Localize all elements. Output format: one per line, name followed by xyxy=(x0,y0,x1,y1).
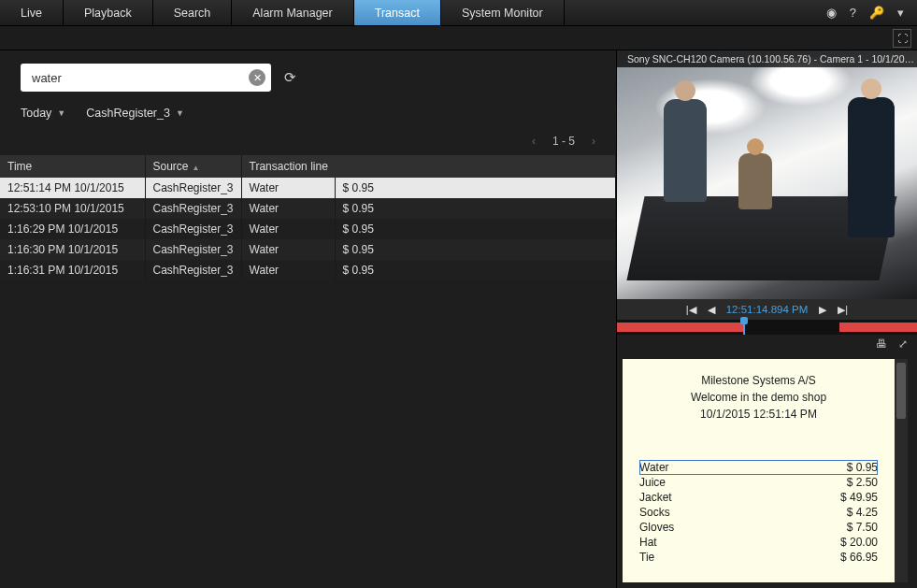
timeline-segment xyxy=(839,323,917,332)
receipt-line[interactable]: Gloves$ 7.50 xyxy=(639,520,878,535)
receipt-item-price: $ 49.95 xyxy=(840,491,878,504)
receipt-line[interactable]: Tie$ 66.95 xyxy=(639,550,878,565)
receipt-item-name: Juice xyxy=(639,476,666,489)
table-row[interactable]: 1:16:31 PM 10/1/2015CashRegister_3Water$… xyxy=(0,260,616,280)
cell-time: 1:16:30 PM 10/1/2015 xyxy=(0,239,145,260)
skip-back-icon[interactable]: |◀ xyxy=(686,304,696,316)
chevron-down-icon: ▼ xyxy=(57,108,65,118)
camera-title-bar: Sony SNC-CH120 Camera (10.100.56.76) - C… xyxy=(617,50,917,67)
cell-source: CashRegister_3 xyxy=(145,219,241,239)
receipt-item-price: $ 66.95 xyxy=(840,551,878,564)
receipt-item-name: Hat xyxy=(639,536,657,549)
receipt-item-price: $ 0.95 xyxy=(847,461,878,474)
receipt-item-price: $ 4.25 xyxy=(847,506,878,519)
transactions-table: Time Source▲ Transaction line 12:51:14 P… xyxy=(0,155,616,280)
cell-time: 1:16:29 PM 10/1/2015 xyxy=(0,219,145,239)
main-tabbar: Live Playback Search Alarm Manager Trans… xyxy=(0,0,917,26)
expand-icon[interactable]: ⤢ xyxy=(898,337,908,351)
detail-panel: Sony SNC-CH120 Camera (10.100.56.76) - C… xyxy=(616,50,917,588)
transactions-panel: ✕ ⟳ Today ▼ CashRegister_3 ▼ ‹ 1 - 5 › T… xyxy=(0,50,616,588)
cell-amount: $ 0.95 xyxy=(335,178,615,198)
tab-system-monitor[interactable]: System Monitor xyxy=(441,0,565,25)
cell-amount: $ 0.95 xyxy=(335,219,615,239)
tab-playback[interactable]: Playback xyxy=(64,0,153,25)
cell-time: 12:53:10 PM 10/1/2015 xyxy=(0,198,145,219)
pager-next-icon[interactable]: › xyxy=(592,135,595,148)
receipt-line[interactable]: Socks$ 4.25 xyxy=(639,505,878,520)
clear-search-icon[interactable]: ✕ xyxy=(249,69,265,86)
tab-transact[interactable]: Transact xyxy=(354,0,441,25)
col-source-header[interactable]: Source▲ xyxy=(145,155,241,178)
cell-time: 1:16:31 PM 10/1/2015 xyxy=(0,260,145,280)
cell-source: CashRegister_3 xyxy=(145,260,241,280)
receipt-scrollbar[interactable] xyxy=(895,359,908,582)
camera-view[interactable]: Sony SNC-CH120 Camera (10.100.56.76) - C… xyxy=(617,50,917,299)
pager: ‹ 1 - 5 › xyxy=(0,135,616,155)
play-forward-icon[interactable]: ▶ xyxy=(819,304,826,316)
date-filter-label: Today xyxy=(21,107,51,120)
pager-prev-icon[interactable]: ‹ xyxy=(532,135,536,148)
cell-item: Water xyxy=(241,219,335,239)
receipt-toolbar: 🖶 ⤢ xyxy=(617,335,917,353)
playback-controls: |◀ ◀ 12:51:14.894 PM ▶ ▶| xyxy=(617,299,917,320)
cell-item: Water xyxy=(241,260,335,280)
chevron-down-icon: ▼ xyxy=(176,108,184,118)
receipt-header-timestamp: 10/1/2015 12:51:14 PM xyxy=(639,406,878,423)
tab-live[interactable]: Live xyxy=(0,0,64,25)
receipt-header-welcome: Welcome in the demo shop xyxy=(639,389,878,406)
skip-forward-icon[interactable]: ▶| xyxy=(838,304,848,316)
timeline-cursor[interactable] xyxy=(743,320,745,335)
receipt-line[interactable]: Water$ 0.95 xyxy=(639,460,878,475)
cell-item: Water xyxy=(241,178,335,198)
eye-icon[interactable]: ◉ xyxy=(826,6,837,20)
receipt-item-name: Tie xyxy=(639,551,654,564)
cell-amount: $ 0.95 xyxy=(335,260,615,280)
pager-range: 1 - 5 xyxy=(552,135,575,148)
playback-time: 12:51:14.894 PM xyxy=(726,304,809,315)
cell-time: 12:51:14 PM 10/1/2015 xyxy=(0,178,145,198)
source-filter-dropdown[interactable]: CashRegister_3 ▼ xyxy=(86,107,184,120)
refresh-icon[interactable]: ⟳ xyxy=(284,69,296,86)
receipt-item-price: $ 20.00 xyxy=(840,536,878,549)
camera-title: Sony SNC-CH120 Camera (10.100.56.76) - C… xyxy=(627,53,914,65)
receipt-header-company: Milestone Systems A/S xyxy=(639,372,878,389)
source-filter-label: CashRegister_3 xyxy=(86,107,170,120)
search-input[interactable] xyxy=(30,70,243,86)
tab-search[interactable]: Search xyxy=(153,0,233,25)
cell-source: CashRegister_3 xyxy=(145,198,241,219)
key-icon[interactable]: 🔑 xyxy=(869,6,884,20)
receipt-item-name: Water xyxy=(639,461,669,474)
receipt-item-price: $ 2.50 xyxy=(847,476,878,489)
receipt-item-name: Gloves xyxy=(639,521,674,534)
timeline[interactable] xyxy=(617,320,917,335)
cell-source: CashRegister_3 xyxy=(145,178,241,198)
receipt-line[interactable]: Jacket$ 49.95 xyxy=(639,490,878,505)
cell-amount: $ 0.95 xyxy=(335,239,615,260)
help-icon[interactable]: ? xyxy=(850,6,856,20)
receipt-line[interactable]: Juice$ 2.50 xyxy=(639,475,878,490)
camera-image xyxy=(617,50,917,299)
receipt-view: Milestone Systems A/S Welcome in the dem… xyxy=(623,359,895,582)
receipt-line[interactable]: Hat$ 20.00 xyxy=(639,535,878,550)
sub-toolbar: ⛶ xyxy=(0,26,917,50)
table-row[interactable]: 1:16:30 PM 10/1/2015CashRegister_3Water$… xyxy=(0,239,616,260)
col-line-header[interactable]: Transaction line xyxy=(241,155,615,178)
cell-source: CashRegister_3 xyxy=(145,239,241,260)
cell-item: Water xyxy=(241,239,335,260)
print-icon[interactable]: 🖶 xyxy=(876,337,887,351)
play-reverse-icon[interactable]: ◀ xyxy=(708,304,715,316)
table-row[interactable]: 1:16:29 PM 10/1/2015CashRegister_3Water$… xyxy=(0,219,616,239)
table-row[interactable]: 12:51:14 PM 10/1/2015CashRegister_3Water… xyxy=(0,178,616,198)
receipt-item-name: Jacket xyxy=(639,491,672,504)
sort-asc-icon: ▲ xyxy=(193,164,200,172)
receipt-item-price: $ 7.50 xyxy=(847,521,878,534)
receipt-item-name: Socks xyxy=(639,506,670,519)
tab-alarm-manager[interactable]: Alarm Manager xyxy=(232,0,353,25)
menu-dropdown-icon[interactable]: ▾ xyxy=(897,6,904,20)
scrollbar-thumb[interactable] xyxy=(896,363,906,419)
date-filter-dropdown[interactable]: Today ▼ xyxy=(21,107,65,120)
maximize-button[interactable]: ⛶ xyxy=(893,29,911,48)
col-time-header[interactable]: Time xyxy=(0,155,145,178)
search-box: ✕ xyxy=(21,64,271,92)
table-row[interactable]: 12:53:10 PM 10/1/2015CashRegister_3Water… xyxy=(0,198,616,219)
